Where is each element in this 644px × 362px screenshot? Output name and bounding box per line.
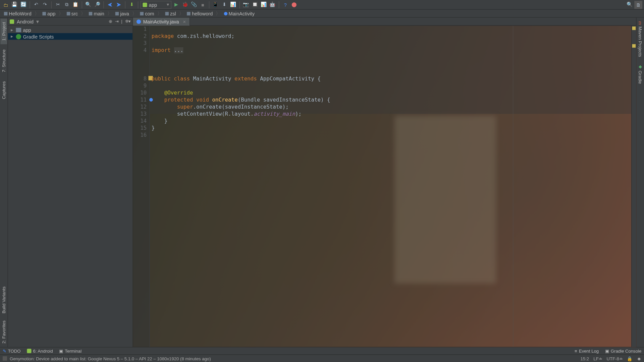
expand-icon[interactable]: ▸ (10, 27, 14, 33)
file-tab-mainactivity[interactable]: MainActivity.java × (133, 17, 190, 25)
attach-icon[interactable]: 📎 (190, 1, 198, 9)
replace-icon[interactable]: 🔎 (93, 1, 101, 9)
right-tool-strip: mMaven Projects ◆Gradle (636, 18, 644, 347)
warning-marker[interactable] (632, 44, 636, 48)
make-icon[interactable]: ⬇ (128, 1, 136, 9)
bc-app[interactable]: app (41, 11, 57, 16)
android-icon (10, 19, 14, 23)
status-icon[interactable] (3, 356, 7, 361)
tab-event-log[interactable]: ≡Event Log (575, 349, 599, 353)
copy-icon[interactable]: ⧉ (63, 1, 71, 9)
layout-icon[interactable]: 🔲 (251, 1, 259, 9)
file-tabs: MainActivity.java × (133, 18, 636, 26)
status-message: Genymotion: Device added to main list: G… (10, 356, 211, 361)
status-bar: Genymotion: Device added to main list: G… (0, 355, 644, 362)
bc-java[interactable]: java (114, 11, 130, 16)
help-icon[interactable]: ? (281, 1, 289, 9)
bc-main[interactable]: main (88, 11, 106, 16)
insert-mode-icon[interactable]: 🔒 (627, 356, 632, 361)
sync-icon[interactable]: 🔄 (19, 1, 28, 9)
android-icon (143, 2, 147, 7)
warning-marker[interactable] (632, 26, 636, 30)
run-config-dropdown[interactable]: app ▾ (141, 1, 171, 9)
collapse-icon[interactable]: ⇥ (115, 19, 119, 24)
bc-mainactivity[interactable]: MainActivity (222, 11, 256, 16)
tab-build-variants[interactable]: Build Variants (0, 283, 7, 317)
project-view-header: Android ▾ ⊕ ⇥ | ✲▾ (8, 18, 132, 26)
paste-icon[interactable]: 📋 (71, 1, 79, 9)
undo-icon[interactable]: ↶ (32, 1, 40, 9)
run-config-label: app (149, 2, 157, 7)
genymotion-icon[interactable]: ⬤ (290, 1, 298, 9)
file-encoding[interactable]: UTF-8≐ (606, 356, 623, 361)
debug-icon[interactable]: 🐞 (181, 1, 189, 9)
autoscroll-icon[interactable]: ⊕ (109, 19, 112, 24)
tree-app[interactable]: ▸ app (8, 26, 132, 33)
tab-terminal[interactable]: ▣Terminal (59, 349, 82, 353)
code-editor[interactable]: package com.zsl.helloword; import ... pu… (150, 25, 631, 347)
bc-helloword[interactable]: HelloWord (3, 11, 33, 16)
settings-icon[interactable]: ✲▾ (125, 19, 131, 24)
redo-icon[interactable]: ↷ (41, 1, 49, 9)
expand-icon[interactable]: ▸ (10, 34, 14, 39)
tab-captures[interactable]: Captures (0, 78, 7, 103)
tab-structure[interactable]: 7: Structure (0, 46, 7, 76)
tab-project[interactable]: 1: Project (0, 18, 7, 44)
bottom-tool-tabs: ✎TODO 6: Android ▣Terminal ≡Event Log ▣G… (0, 347, 644, 354)
tab-favorites[interactable]: 2: Favorites (0, 317, 7, 347)
nav-forward-icon[interactable]: ⮞ (115, 1, 123, 9)
sdk-icon[interactable]: ⬇ (220, 1, 228, 9)
bc-helloword-pkg[interactable]: helloword (186, 11, 214, 16)
tree-gradle-scripts[interactable]: ▸ Gradle Scripts (8, 33, 132, 40)
avd-icon[interactable]: 📱 (212, 1, 220, 9)
main-area: 1: Project 7: Structure Captures Build V… (0, 18, 644, 347)
adb-icon[interactable]: 🤖 (269, 1, 277, 9)
tab-gradle-console[interactable]: ▣Gradle Console (605, 349, 642, 353)
line-gutter[interactable]: 1234 8 910 11 1213141516 (133, 25, 150, 347)
main-toolbar: 🗀 💾 🔄 ↶ ↷ ✂ ⧉ 📋 🔍 🔎 ⮜ ⮞ ⬇ app ▾ ▶ 🐞 📎 ■ … (0, 0, 644, 10)
nav-back-icon[interactable]: ⮜ (106, 1, 114, 9)
left-tool-strip: 1: Project 7: Structure Captures Build V… (0, 18, 8, 347)
hierarchy-icon[interactable]: 📊 (260, 1, 268, 9)
monitor-icon[interactable]: 📊 (229, 1, 237, 9)
tab-android[interactable]: 6: Android (27, 349, 53, 353)
android-icon (27, 349, 31, 353)
bc-com[interactable]: com (139, 11, 156, 16)
close-tab-icon[interactable]: × (183, 19, 185, 24)
tree-gradle-label: Gradle Scripts (23, 34, 54, 39)
editor-area: MainActivity.java × 1234 8 910 11 121314… (133, 18, 636, 347)
bc-src[interactable]: src (65, 11, 79, 16)
open-icon[interactable]: 🗀 (2, 1, 10, 9)
search-everywhere-icon[interactable]: 🔍 (626, 1, 634, 9)
breadcrumb: HelloWord〉 app〉 src〉 main〉 java〉 com〉 zs… (0, 10, 644, 18)
project-view-label[interactable]: Android (17, 19, 34, 24)
line-separator[interactable]: LF≐ (593, 356, 602, 361)
error-stripe[interactable] (631, 25, 636, 347)
stop-icon[interactable]: ■ (199, 1, 207, 9)
project-tree[interactable]: ▸ app ▸ Gradle Scripts (8, 25, 132, 347)
hector-icon[interactable]: ☻ (637, 356, 641, 361)
run-icon[interactable]: ▶ (172, 1, 180, 9)
save-icon[interactable]: 💾 (11, 1, 19, 9)
tab-todo[interactable]: ✎TODO (3, 349, 21, 353)
caret-position[interactable]: 15:2 (581, 356, 589, 361)
screenshot-icon[interactable]: 📷 (242, 1, 250, 9)
tab-gradle[interactable]: ◆Gradle (637, 61, 644, 87)
tree-app-label: app (23, 27, 31, 33)
find-icon[interactable]: 🔍 (85, 1, 93, 9)
module-icon (16, 27, 21, 32)
project-structure-icon[interactable]: 🗎 (634, 1, 642, 9)
gradle-icon (16, 34, 21, 39)
project-panel: Android ▾ ⊕ ⇥ | ✲▾ ▸ app ▸ Gradle Script… (8, 18, 133, 347)
java-class-icon (137, 19, 141, 23)
file-tab-label: MainActivity.java (143, 19, 179, 24)
bc-zsl[interactable]: zsl (164, 11, 177, 16)
tab-maven[interactable]: mMaven Projects (637, 18, 644, 61)
cut-icon[interactable]: ✂ (54, 1, 62, 9)
